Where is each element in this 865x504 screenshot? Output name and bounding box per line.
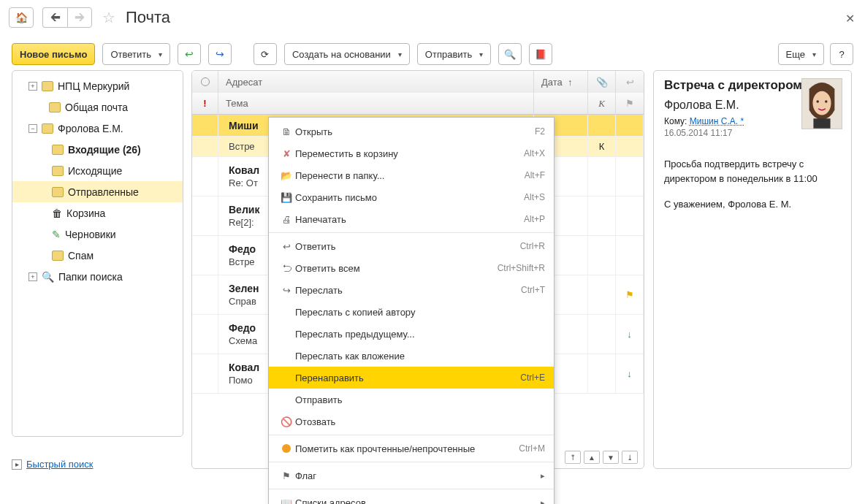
preview-to-link[interactable]: Мишин С.А. * <box>690 116 744 126</box>
send-button[interactable]: Отправить▾ <box>417 43 491 65</box>
svg-point-4 <box>825 100 827 102</box>
search-button[interactable]: 🔍 <box>498 43 522 65</box>
chevron-right-icon: ▸ <box>12 459 22 470</box>
no-entry-icon: 🚫 <box>278 416 295 427</box>
list-header-row2: ! Тема К ⚑ <box>192 93 644 115</box>
ctx-forward-prev[interactable]: Переслать предыдущему... <box>269 323 554 345</box>
ctx-save[interactable]: 💾Сохранить письмоAlt+S <box>269 186 554 208</box>
folder-icon <box>52 251 64 261</box>
ctx-print[interactable]: 🖨НапечататьAlt+P <box>269 208 554 230</box>
radio-placeholder-icon <box>201 77 210 86</box>
folder-icon <box>52 187 64 197</box>
preview-date: 16.05.2014 11:17 <box>664 128 841 138</box>
address-book-button[interactable]: 📕 <box>529 43 552 65</box>
reply-all-icon: ⮌ <box>278 263 295 274</box>
ctx-forward-attach[interactable]: Переслать как вложение <box>269 345 554 367</box>
tree-row-inbox[interactable]: Входящие (26) <box>12 139 183 160</box>
nav-last-icon[interactable]: ⤓ <box>622 451 638 464</box>
ctx-move-to[interactable]: 📂Перенести в папку...Alt+F <box>269 164 554 186</box>
tree-row-user[interactable]: −Фролова Е.М. <box>12 118 183 139</box>
drafts-icon: ✎ <box>52 229 61 240</box>
trash-move-icon: ✘ <box>278 148 295 159</box>
ctx-send[interactable]: Отправить <box>269 389 554 411</box>
ctx-flag-submenu[interactable]: ⚑Флаг▸ <box>269 465 554 486</box>
ctx-redirect[interactable]: ПеренаправитьCtrl+E <box>269 367 554 389</box>
col-date[interactable]: Дата ↑ <box>534 71 588 93</box>
reply-all-icon-button[interactable]: ↩ <box>178 43 201 65</box>
nav-first-icon[interactable]: ⤒ <box>565 451 581 464</box>
tree-row-org[interactable]: +НПЦ Меркурий <box>12 75 183 96</box>
tree-row-drafts[interactable]: ✎Черновики <box>12 224 183 245</box>
arrow-down-green-icon: ↓ <box>616 315 644 354</box>
refresh-button[interactable]: ⟳ <box>254 43 277 65</box>
dot-icon <box>278 444 295 453</box>
new-mail-button[interactable]: Новое письмо <box>12 43 95 65</box>
tree-row-shared[interactable]: Общая почта <box>12 96 183 118</box>
ctx-reply-all[interactable]: ⮌Ответить всемCtrl+Shift+R <box>269 257 554 279</box>
folder-move-icon: 📂 <box>278 170 295 181</box>
titlebar: 🏠 🡰 🡲 ☆ Почта ✕ <box>0 0 865 35</box>
back-button[interactable]: 🡰 <box>42 7 67 28</box>
trash-icon: 🗑 <box>52 207 62 219</box>
svg-rect-2 <box>813 118 830 129</box>
ctx-to-trash[interactable]: ✘Переместить в корзинуAlt+X <box>269 142 554 164</box>
col-importance-icon[interactable]: ! <box>192 93 218 114</box>
folder-icon <box>52 145 64 155</box>
col-flag-icon[interactable]: ⚑ <box>616 93 644 114</box>
ctx-addr-lists-submenu[interactable]: 📖Списки адресов▸ <box>269 492 554 504</box>
ctx-forward-cc[interactable]: Переслать с копией автору <box>269 301 554 323</box>
favorite-star-icon[interactable]: ☆ <box>102 9 115 26</box>
folder-icon <box>42 123 53 134</box>
list-nav-buttons: ⤒ ▲ ▼ ⤓ <box>565 451 638 464</box>
tree-row-sent[interactable]: Отправленные <box>12 181 183 202</box>
print-icon: 🖨 <box>278 214 295 225</box>
submenu-arrow-icon: ▸ <box>541 498 545 505</box>
forward-button[interactable]: 🡲 <box>67 7 92 28</box>
svg-point-3 <box>816 100 818 102</box>
ctx-recall[interactable]: 🚫Отозвать <box>269 411 554 432</box>
tree-row-outbox[interactable]: Исходящие <box>12 160 183 181</box>
svg-point-1 <box>812 91 831 115</box>
ctx-mark-read[interactable]: Пометить как прочтенные/непрочтенныеCtrl… <box>269 438 554 459</box>
folder-tree: +НПЦ Меркурий Общая почта −Фролова Е.М. … <box>12 70 183 437</box>
list-header-row1: Адресат Дата ↑ 📎 ↩ <box>192 71 644 93</box>
flag-yellow-icon: ⚑ <box>616 275 644 314</box>
forward-icon-button[interactable]: ↪ <box>208 43 232 65</box>
save-icon: 💾 <box>278 192 295 203</box>
page-title: Почта <box>126 8 170 27</box>
col-category[interactable]: К <box>588 93 616 114</box>
tree-row-spam[interactable]: Спам <box>12 245 183 266</box>
ctx-reply[interactable]: ↩ОтветитьCtrl+R <box>269 235 554 257</box>
forward-icon: ↪ <box>278 285 295 296</box>
col-subject[interactable]: Тема <box>218 93 534 114</box>
avatar <box>801 78 842 129</box>
tree-row-trash[interactable]: 🗑Корзина <box>12 202 183 224</box>
nav-down-icon[interactable]: ▼ <box>603 451 619 464</box>
close-icon[interactable]: ✕ <box>845 12 855 26</box>
more-button[interactable]: Еще▾ <box>778 43 824 65</box>
toolbar: Новое письмо Ответить▾ ↩ ↪ ⟳ Создать на … <box>0 38 865 70</box>
folder-icon <box>52 166 64 176</box>
reply-button[interactable]: Ответить▾ <box>102 43 170 65</box>
flag-icon: ⚑ <box>278 470 295 481</box>
ctx-forward[interactable]: ↪ПереслатьCtrl+T <box>269 279 554 301</box>
context-menu: 🗎ОткрытьF2 ✘Переместить в корзинуAlt+X 📂… <box>268 117 555 504</box>
preview-body: Просьба подтвердить встречу с директором… <box>664 157 841 212</box>
submenu-arrow-icon: ▸ <box>541 471 545 481</box>
arrow-down-green-icon: ↓ <box>616 354 644 393</box>
col-addressee[interactable]: Адресат <box>218 71 534 93</box>
quick-search-link[interactable]: ▸ Быстрый поиск <box>12 459 94 470</box>
col-reply-state-icon[interactable]: ↩ <box>616 71 644 93</box>
folder-icon <box>42 81 53 91</box>
preview-pane: Встреча с директором Фролова Е.М. Кому: … <box>653 70 852 469</box>
open-icon: 🗎 <box>278 126 295 137</box>
home-button[interactable]: 🏠 <box>9 7 34 28</box>
tree-row-search-folders[interactable]: +🔍Папки поиска <box>12 266 183 287</box>
folder-icon <box>49 102 61 112</box>
col-attachment-icon[interactable]: 📎 <box>588 71 616 93</box>
reply-icon: ↩ <box>278 241 295 252</box>
create-based-on-button[interactable]: Создать на основании▾ <box>284 43 410 65</box>
nav-up-icon[interactable]: ▲ <box>584 451 600 464</box>
help-button[interactable]: ? <box>830 43 853 65</box>
ctx-open[interactable]: 🗎ОткрытьF2 <box>269 121 554 142</box>
